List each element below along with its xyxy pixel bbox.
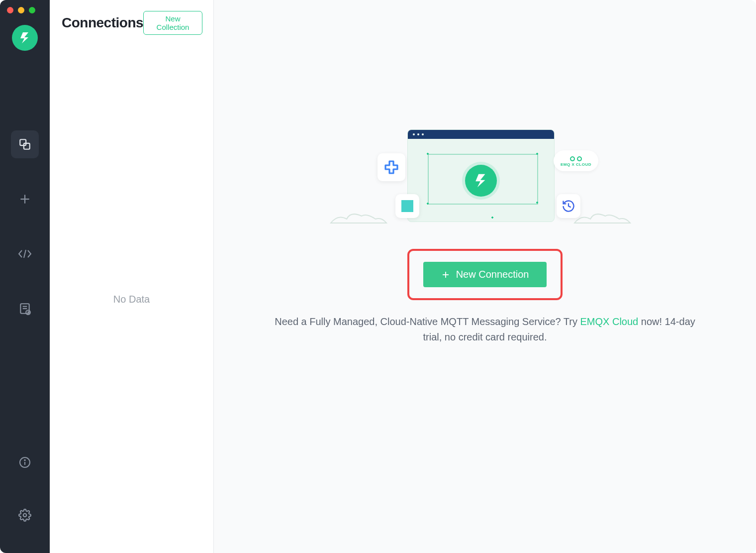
code-icon (17, 248, 32, 259)
new-connection-button[interactable]: New Connection (423, 262, 547, 287)
illustration-tile-history (557, 194, 580, 218)
svg-point-12 (23, 514, 27, 517)
illustration-tile-square (395, 194, 419, 218)
maximize-window-button[interactable] (29, 7, 35, 13)
sidebar-items (11, 130, 39, 323)
connections-panel: Connections New Collection No Data (50, 0, 214, 553)
connections-icon (18, 138, 31, 151)
sidebar-item-connections[interactable] (11, 130, 39, 158)
emqx-cloud-link[interactable]: EMQX Cloud (580, 316, 639, 327)
sidebar-bottom (11, 448, 39, 553)
new-connection-label: New Connection (456, 269, 529, 280)
emqx-logo-icon (472, 172, 490, 190)
promo-before: Need a Fully Managed, Cloud-Native MQTT … (275, 316, 580, 327)
minimize-window-button[interactable] (18, 7, 24, 13)
main-content: EMQ X CLOUD New Connection Need a Fully … (214, 0, 756, 553)
teal-square-icon (401, 200, 413, 212)
illustration-logo (465, 165, 497, 197)
panel-empty-state: No Data (50, 46, 213, 553)
window-controls (7, 7, 35, 13)
illustration-cloud-tile: EMQ X CLOUD (554, 150, 598, 171)
plus-icon (18, 193, 31, 206)
illustration-tile-plus (378, 153, 405, 181)
sidebar-item-new[interactable] (11, 185, 39, 213)
cloud-link-icon (569, 155, 583, 162)
gear-icon (18, 509, 31, 522)
new-connection-highlight: New Connection (407, 249, 563, 300)
illustration-window (407, 129, 555, 222)
new-collection-button[interactable]: New Collection (143, 11, 202, 35)
log-icon (18, 302, 31, 315)
svg-line-4 (24, 250, 26, 258)
illustration-window-bar (408, 130, 554, 139)
plus-icon (441, 270, 450, 279)
sidebar-item-info[interactable] (11, 448, 39, 476)
history-icon (562, 199, 575, 213)
sidebar-item-settings[interactable] (11, 501, 39, 529)
medical-plus-icon (383, 159, 399, 175)
promo-text: Need a Fully Managed, Cloud-Native MQTT … (271, 314, 699, 345)
sidebar-item-scripts[interactable] (11, 240, 39, 268)
emqx-logo-icon (17, 30, 32, 45)
empty-illustration: EMQ X CLOUD (366, 129, 604, 239)
info-icon (19, 456, 31, 468)
empty-state-text: No Data (113, 294, 150, 305)
app-logo (12, 25, 38, 51)
svg-point-11 (24, 460, 25, 461)
sidebar-item-logs[interactable] (11, 295, 39, 323)
sidebar-rail (0, 0, 50, 553)
cloud-tile-label: EMQ X CLOUD (561, 162, 591, 167)
svg-rect-1 (24, 143, 30, 149)
close-window-button[interactable] (7, 7, 13, 13)
svg-rect-0 (20, 139, 26, 145)
panel-header: Connections New Collection (50, 0, 213, 46)
page-title: Connections (62, 15, 143, 31)
